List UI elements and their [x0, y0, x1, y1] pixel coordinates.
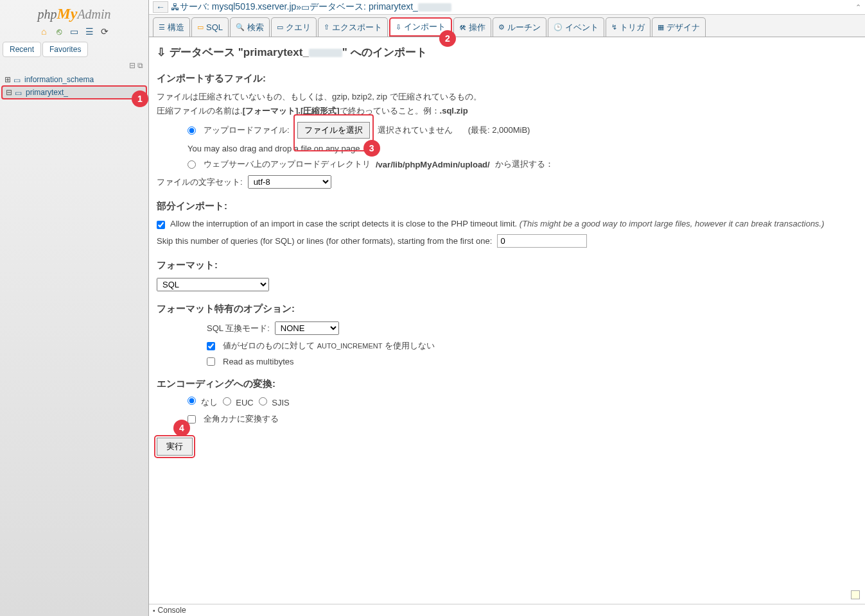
- upload-row: アップロードファイル: ファイルを選択 3 選択されていません (最長: 2,0…: [188, 122, 857, 139]
- console-label: Console: [158, 606, 186, 615]
- home-icon[interactable]: ⌂: [39, 26, 49, 37]
- logo[interactable]: phpMyAdmin: [0, 0, 148, 24]
- db-name: primarytext_: [369, 1, 418, 12]
- file-none-text: 選択されていません: [378, 124, 453, 136]
- server-name: mysql5019.xserver.jp: [212, 1, 297, 12]
- expand-icon[interactable]: ⊞: [4, 75, 12, 84]
- settings-icon[interactable]: ☰: [84, 26, 94, 37]
- zenkaku-row: 全角カナに変換する: [188, 413, 857, 425]
- db-link[interactable]: データベース: primarytext_: [310, 1, 451, 13]
- tab-structure[interactable]: ☰構造: [153, 17, 190, 37]
- tab-label: クエリ: [286, 22, 311, 33]
- breadcrumb-sep: »: [296, 2, 301, 12]
- webdir-radio[interactable]: [188, 160, 196, 169]
- db-tree-item-selected[interactable]: ⊟ ▭ primarytext_: [1, 85, 147, 99]
- enc-sjis-radio[interactable]: [259, 397, 267, 406]
- zenkaku-checkbox[interactable]: [188, 415, 196, 424]
- hint-icon[interactable]: [851, 590, 860, 599]
- search-icon: 🔍: [236, 23, 245, 31]
- enc-none-option[interactable]: なし: [188, 397, 218, 408]
- tab-query[interactable]: ▭クエリ: [271, 17, 317, 37]
- help-text: 圧縮ファイルの名前は.: [157, 106, 243, 116]
- help-bold: [フォーマット].[圧縮形式]: [243, 106, 340, 116]
- enc-euc-radio[interactable]: [223, 397, 231, 406]
- server-link[interactable]: サーバ: mysql5019.xserver.jp: [180, 1, 296, 13]
- autoinc-checkbox[interactable]: [207, 342, 215, 350]
- link-icon[interactable]: ⧉: [137, 61, 143, 70]
- server-icon: 🖧: [171, 2, 180, 12]
- section-partial: 部分インポート:: [157, 200, 857, 212]
- autoinc-code: AUTO_INCREMENT: [317, 342, 383, 350]
- recent-tab[interactable]: Recent: [3, 42, 41, 57]
- readmulti-checkbox[interactable]: [207, 357, 215, 366]
- logout-icon[interactable]: ⎋: [54, 26, 64, 37]
- webdir-path: /var/lib/phpMyAdmin/upload/: [376, 160, 490, 169]
- sidebar: phpMyAdmin ⌂ ⎋ ▭ ☰ ⟳ Recent Favorites ⊟ …: [0, 0, 149, 616]
- back-button[interactable]: ←: [153, 1, 168, 13]
- tab-label: インポート: [404, 21, 446, 33]
- tab-triggers[interactable]: ↯トリガ: [606, 17, 651, 37]
- allow-interrupt-checkbox[interactable]: [157, 221, 165, 229]
- database-icon: ▭: [301, 2, 310, 12]
- tab-operations[interactable]: 🛠操作: [453, 17, 491, 37]
- page-title-text: データベース "primarytext_: [170, 46, 309, 58]
- db-tree: ⊞ ▭ information_schema ⊟ ▭ primarytext_ …: [0, 71, 148, 102]
- enc-euc-option[interactable]: EUC: [223, 397, 254, 407]
- tab-routines[interactable]: ⚙ルーチン: [493, 17, 546, 37]
- choose-file-button[interactable]: ファイルを選択: [297, 122, 370, 139]
- help-compression: ファイルは圧縮されていないもの、もしくは、gzip, bzip2, zip で圧…: [157, 91, 857, 103]
- server-label: サーバ:: [180, 1, 212, 12]
- structure-icon: ☰: [159, 23, 165, 31]
- db-label: データベース:: [310, 1, 369, 12]
- encoding-row: なし EUC SJIS: [188, 397, 857, 408]
- sidebar-tools: ⊟ ⧉: [0, 60, 148, 71]
- db-name: information_schema: [24, 75, 94, 84]
- tab-label: 構造: [168, 22, 184, 33]
- charset-row: ファイルの文字セット: utf-8: [157, 175, 857, 189]
- sql-compat-select[interactable]: NONE: [275, 321, 339, 335]
- reload-icon[interactable]: ⟳: [100, 26, 110, 37]
- section-encoding: エンコーディングへの変換:: [157, 378, 857, 390]
- breadcrumb: ← 🖧 サーバ: mysql5019.xserver.jp » ▭ データベース…: [149, 0, 865, 15]
- tab-search[interactable]: 🔍検索: [230, 17, 270, 37]
- db-name: primarytext_: [26, 88, 68, 97]
- redacted: [418, 3, 451, 12]
- content: ⇩ データベース "primarytext_" へのインポート インポートするフ…: [149, 37, 865, 616]
- tab-designer[interactable]: ▦デザイナ: [652, 17, 706, 37]
- favorites-tab[interactable]: Favorites: [42, 42, 88, 57]
- allow-int-note: (This might be a good way to import larg…: [520, 219, 825, 228]
- collapse-icon[interactable]: ⊟: [5, 88, 13, 97]
- main: ← 🖧 サーバ: mysql5019.xserver.jp » ▭ データベース…: [149, 0, 865, 616]
- tab-import[interactable]: ⇩インポート 2: [389, 17, 452, 37]
- section-format: フォーマット:: [157, 259, 857, 271]
- upload-radio[interactable]: [188, 126, 196, 135]
- submit-button[interactable]: 実行: [157, 438, 193, 456]
- skip-label: Skip this number of queries (for SQL) or…: [157, 236, 492, 246]
- sidebar-quick-icons: ⌂ ⎋ ▭ ☰ ⟳: [0, 24, 148, 39]
- help-filename: 圧縮ファイルの名前は.[フォーマット].[圧縮形式]で終わっていること。例：.s…: [157, 105, 857, 117]
- tab-label: 検索: [247, 22, 264, 33]
- file-max: (最長: 2,000MiB): [468, 124, 530, 136]
- tab-events[interactable]: 🕒イベント: [548, 17, 604, 37]
- console-bar[interactable]: ▪ Console: [149, 604, 865, 616]
- dragdrop-hint: You may also drag and drop a file on any…: [188, 144, 857, 153]
- tab-sql[interactable]: ▭SQL: [191, 17, 229, 37]
- enc-none-radio[interactable]: [188, 397, 196, 405]
- skip-input[interactable]: [497, 234, 587, 248]
- redacted: [309, 49, 342, 57]
- charset-label: ファイルの文字セット:: [157, 176, 243, 188]
- tab-export[interactable]: ⇧エクスポート: [318, 17, 388, 37]
- query-icon: ▭: [277, 23, 283, 31]
- events-icon: 🕒: [554, 23, 563, 31]
- db-tree-item[interactable]: ⊞ ▭ information_schema: [1, 74, 147, 85]
- charset-select[interactable]: utf-8: [248, 175, 331, 189]
- database-icon: ▭: [15, 89, 24, 96]
- allow-int-text: Allow the interruption of an import in c…: [170, 219, 520, 228]
- collapse-panel-icon[interactable]: ⌃: [855, 3, 861, 12]
- format-select[interactable]: SQL: [157, 278, 269, 291]
- docs-icon[interactable]: ▭: [69, 26, 80, 37]
- collapse-icon[interactable]: ⊟: [129, 61, 135, 70]
- import-icon: ⇩: [396, 23, 401, 31]
- enc-sjis-option[interactable]: SJIS: [259, 397, 290, 407]
- help-bold: .sql.zip: [440, 106, 468, 116]
